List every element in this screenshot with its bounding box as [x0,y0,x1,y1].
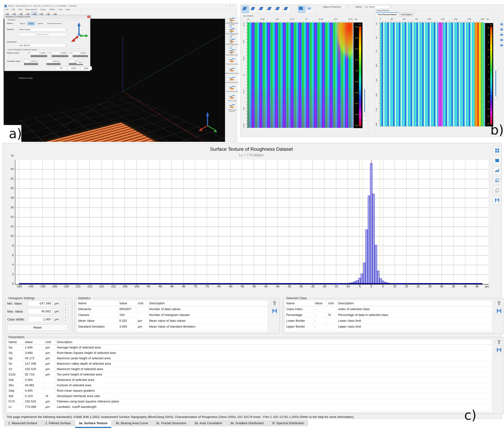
zoom-region-icon[interactable] [500,27,504,32]
translation-y-unit[interactable]: mm [56,60,60,63]
tab-2-filtered-surface[interactable]: 2. Filtered Surface [41,420,75,426]
tab-3d-auto-correlation[interactable]: 3d. Auto Correlation [191,420,226,426]
reset-button[interactable]: Reset [7,325,68,331]
tab-3e-gradient-distribution[interactable]: 3e. Gradient Distribution [226,420,268,426]
menu-item[interactable]: Extras [39,8,47,11]
menu-item[interactable]: Utilities [47,8,57,11]
module-3dformmeasurement[interactable]: 3DFormMeasurement [225,49,239,56]
table-row[interactable]: FLTt192.520µmFlatness using least square… [7,399,492,404]
min-value-input[interactable]: -147.348 [28,301,52,306]
plane-fit-icon[interactable] [242,6,249,13]
auto-range-button[interactable] [363,121,367,125]
rotation-z-field[interactable]: 0.00000° [73,51,87,54]
module-2dimagemeasurement[interactable]: 2DImageMeasurement [225,76,239,83]
table-row[interactable]: Mean Value0.032µmMean value of data valu… [77,318,268,324]
delete-icon[interactable] [496,339,503,345]
output-colorbar-slider[interactable] [494,65,497,114]
tab-3c-fractal-dimension[interactable]: 3c. Fractal Dimension [152,420,190,426]
sphere-fit-icon[interactable] [283,6,290,13]
layers-icon[interactable] [493,176,501,185]
table-row[interactable]: Elements9953307Number of data values [77,306,268,312]
translation-x-field[interactable]: -1.135 [24,60,35,63]
saddle-fit-icon[interactable] [250,6,257,13]
save-icon[interactable] [271,308,278,315]
max-value-unit[interactable]: µm [53,308,61,314]
table-row[interactable]: Percentage-%Percentage of data in select… [285,312,492,318]
menu-item[interactable]: View [17,8,24,11]
min-value-spinner[interactable]: ▲▼ [63,301,68,306]
class-width-input[interactable]: 1.000 [28,317,52,322]
table-row[interactable]: Class Index-Index of selected class [285,306,492,312]
table-row[interactable]: Sku44.981Kurtosis of selected area [7,383,492,388]
table-row[interactable]: Ssk0.354Skewness of selected area [7,377,492,383]
input-colorbar-slider[interactable] [363,84,366,127]
cylinder-fit-icon[interactable] [266,6,274,13]
module-profileroughnessmeasurement[interactable]: ProfileRoughnessMeasurement [225,17,239,26]
module-contourmeasurement[interactable]: ContourMeasurement [225,58,239,65]
table-row[interactable]: Sa1.945µmAverage height of selected area [7,345,492,350]
histogram-plot[interactable]: 024681012141618202224%-150-145-140-135-1… [15,160,488,285]
computation-dropdown[interactable]: Auto / Best Fit▲▼ [18,44,67,47]
rotation-x-slider[interactable] [31,55,47,57]
apply-button[interactable]: Apply [80,66,92,70]
cone-fit-icon[interactable] [274,6,282,13]
rectangle-select-icon[interactable] [298,6,305,13]
slider-handle[interactable] [363,112,366,116]
method-option-manual[interactable]: Manual [18,22,27,25]
module-alicona-inspect-difference[interactable]: Alicona Inspect Difference [225,104,239,112]
menu-item[interactable]: Measurement [24,8,39,11]
method-option-plane[interactable]: Plane [27,22,35,25]
table-row[interactable]: Sdr5.103%Developed interfacial area rati… [7,393,492,399]
menu-item[interactable]: Help [64,8,71,11]
table-row[interactable]: Classes193Number of histogram classes [77,312,268,318]
input-surface-map[interactable] [247,22,353,128]
class-width-spinner[interactable]: ▲▼ [63,317,68,322]
rotation-y-field[interactable]: 0.06395° [52,51,68,54]
translation-y-field[interactable]: -1.652 [47,60,57,63]
save-icon[interactable] [496,308,503,315]
auto-range-button[interactable] [494,105,498,109]
rotation-y-slider[interactable] [52,55,68,57]
table-row[interactable]: Lower Border-Lower class limit [285,318,492,324]
save-icon[interactable] [496,347,503,353]
table-row[interactable]: Lc774.069µmLambdaC: cutoff wavelength [7,404,492,409]
tab-3f-spectral-distribution[interactable]: 3f. Spectral Distribution [268,420,308,426]
translation-y-slider[interactable] [47,63,61,65]
window-controls[interactable]: —❐✕ [225,4,236,8]
info-icon[interactable] [500,38,504,43]
ok-button[interactable]: OK [55,66,67,70]
table-row[interactable]: Sv147.348µmMaximum valley depth of selec… [7,361,492,366]
max-value-spinner[interactable]: ▲▼ [63,308,68,314]
module-profileformmeasurement[interactable]: ProfileFormMeasurement [225,38,239,47]
polynomial-grid-icon[interactable] [258,6,265,13]
max-value-input[interactable]: 45.652 [28,308,52,314]
translation-x-slider[interactable] [24,63,38,65]
delete-icon[interactable] [271,300,278,307]
table-icon[interactable] [493,146,501,155]
module-differencemeasurement[interactable]: DifferenceMeasurement [225,67,239,74]
module-surfacetexturemeasurement[interactable]: SurfaceTextureMeasurement [225,28,239,36]
slider-handle[interactable] [494,96,497,100]
dialog-close-icon[interactable]: ✕ [87,16,90,18]
table-row[interactable]: Sz192.520µmMaximum height of selected ar… [7,366,492,372]
method-option-dominant-structure[interactable]: Dominant Structure [45,22,63,25]
output-tab-form-dataset[interactable]: Form Dataset [399,13,414,17]
slider-top-button[interactable] [494,66,498,70]
degree-spinner[interactable]: 3▲▼ [342,5,349,9]
slider-top-button[interactable] [363,85,367,89]
title-bar[interactable]: A Alicona - MeasureSuite 5.3.5 - [VSI_A0… [4,4,237,8]
chart-icon[interactable] [493,166,501,175]
rotation-z-slider[interactable] [73,55,88,57]
camera-icon[interactable] [500,22,504,27]
translation-x-unit[interactable]: mm [34,60,37,63]
menu-item[interactable]: File [4,8,10,11]
table-row[interactable]: S10z82.716µmTen point height of selected… [7,372,492,377]
tab-3b-bearing-area-curve[interactable]: 3b. Bearing Area Curve [112,420,152,426]
module-volumemeasurement[interactable]: VolumeMeasurement [225,85,239,92]
copy-icon[interactable] [493,186,501,195]
min-value-unit[interactable]: µm [53,301,61,306]
rotation-x-field[interactable]: 5.13646° [31,51,47,54]
output-tab-form-removed-dataset[interactable]: Form Removed Dataset [376,12,399,17]
clear-button[interactable]: Clear [77,61,84,64]
reset-range-button[interactable] [363,117,367,120]
